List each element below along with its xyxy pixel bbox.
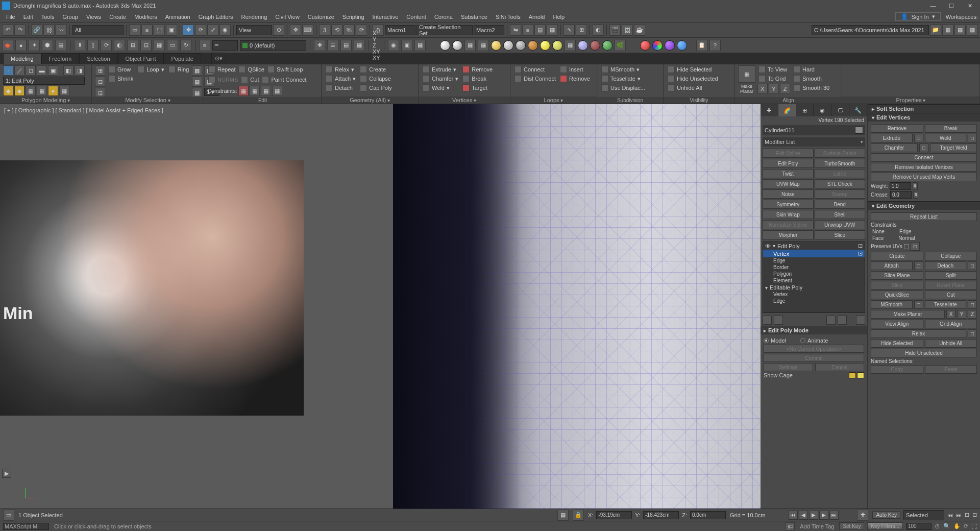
rendered-frame-button[interactable]: 🖼: [622, 25, 633, 36]
remove-modifier-button[interactable]: [838, 316, 847, 325]
misc-icon-8[interactable]: ⊞: [127, 40, 138, 51]
weight-spinner-btn[interactable]: ⇅: [913, 182, 918, 190]
menu-create[interactable]: Create: [105, 13, 130, 21]
no-operation-dropdown[interactable]: <No Current Operation>: [764, 345, 864, 353]
ev-chamfer[interactable]: Chamfer: [871, 143, 918, 152]
stack-vertex-2[interactable]: Vertex: [763, 291, 865, 298]
mod-symmetry[interactable]: Symmetry: [763, 200, 814, 209]
project-path[interactable]: C:\Users\Gears 4\Documents\3ds Max 2021: [812, 25, 929, 35]
eg-viewalign[interactable]: View Align: [871, 320, 923, 328]
stack-edge-2[interactable]: Edge: [763, 298, 865, 304]
crease-spinner[interactable]: 0.0: [890, 191, 912, 199]
motion-tab[interactable]: ◉: [814, 104, 831, 116]
extra3-button[interactable]: ▦: [967, 25, 978, 36]
usedisplace-button[interactable]: Use Displac...: [600, 84, 646, 92]
matball-10[interactable]: [602, 40, 612, 51]
menu-substance[interactable]: Substance: [457, 13, 492, 21]
animate-radio[interactable]: [800, 338, 805, 343]
mod-sweep[interactable]: Sweep: [815, 189, 866, 199]
misc-b4[interactable]: 🌿: [615, 40, 626, 51]
render-production-button[interactable]: ☕: [634, 25, 645, 36]
align-z[interactable]: Z: [780, 84, 790, 94]
matball-6[interactable]: [528, 40, 538, 51]
mod-shell[interactable]: Shell: [815, 210, 866, 219]
misc-icon-6[interactable]: ⟳: [101, 40, 112, 51]
viewport-label[interactable]: [ + ] [ Orthographic ] [ Standard ] [ Mo…: [4, 107, 163, 113]
ring-button[interactable]: Ring: [167, 65, 190, 74]
selection-lock-toggle[interactable]: 🔒: [573, 510, 584, 521]
menu-tools[interactable]: Tools: [37, 13, 59, 21]
eye-icon[interactable]: 👁: [765, 243, 771, 249]
eg-detach-settings[interactable]: □: [968, 261, 977, 270]
toggle-5[interactable]: ●: [48, 86, 58, 96]
attach-button[interactable]: Attach▾: [325, 75, 357, 83]
select-object-button[interactable]: ▭: [129, 25, 140, 36]
linsert-button[interactable]: Insert: [559, 65, 591, 74]
menu-civil-view[interactable]: Civil View: [271, 13, 303, 21]
show-end-result-button[interactable]: [774, 316, 783, 325]
next-frame-button[interactable]: ▶: [819, 511, 828, 520]
maxscript-listener[interactable]: MAXScript Mi: [3, 523, 49, 530]
misc-icon-1[interactable]: ✦: [29, 40, 40, 51]
nav-pan[interactable]: ✋: [953, 523, 961, 529]
toggle-4[interactable]: ▦: [37, 86, 47, 96]
preview2-button[interactable]: ◨: [75, 65, 85, 76]
misc-icon-9[interactable]: ⊡: [140, 40, 152, 51]
eg-paste[interactable]: Paste: [925, 365, 977, 374]
unhideall-button[interactable]: Unhide All: [667, 84, 719, 92]
matball-4[interactable]: [503, 40, 513, 51]
corona-icon-1[interactable]: ◉: [388, 40, 399, 51]
relax-button[interactable]: Relax▾: [325, 65, 357, 74]
preserve-uvs-settings[interactable]: □: [911, 242, 920, 251]
stack-edge[interactable]: Edge: [763, 257, 865, 264]
matball-rgb[interactable]: [652, 40, 663, 51]
axis-x[interactable]: X: [373, 30, 380, 36]
macro1-label[interactable]: Macro1: [385, 25, 415, 35]
align-button[interactable]: ≡: [522, 25, 533, 36]
menu-interactive[interactable]: Interactive: [369, 13, 403, 21]
edit-poly-mode-header[interactable]: ▸ Edit Poly Mode: [761, 326, 867, 334]
prev-key[interactable]: ⏮: [947, 512, 953, 518]
select-place-button[interactable]: ◉: [219, 25, 231, 36]
goto-start-button[interactable]: ⏮: [789, 511, 798, 520]
axis-z[interactable]: Z: [373, 42, 380, 49]
msmooth-button[interactable]: MSmooth▾: [600, 65, 646, 74]
menu-edit[interactable]: Edit: [19, 13, 37, 21]
misc-icon-12[interactable]: ↻: [180, 40, 191, 51]
menu-corona[interactable]: Corona: [430, 13, 457, 21]
eg-resetplane[interactable]: Reset Plane: [925, 281, 977, 289]
eg-tessellate[interactable]: Tessellate: [925, 300, 967, 309]
axis-xy[interactable]: XY: [373, 49, 380, 55]
menu-arnold[interactable]: Arnold: [525, 13, 549, 21]
snap-toggle-button[interactable]: 3: [319, 25, 330, 36]
selection-filter-dropdown[interactable]: All: [72, 25, 124, 35]
subobj-edge-button[interactable]: ／: [14, 65, 24, 76]
panel-label[interactable]: Edit: [204, 97, 321, 104]
goto-end-button[interactable]: ⏭: [829, 511, 839, 520]
menu-animation[interactable]: Animation: [161, 13, 194, 21]
togrid-button[interactable]: To Grid: [757, 75, 790, 83]
render-setup-button[interactable]: 🎬: [609, 25, 621, 36]
poly-mode-dropdown[interactable]: 1: Edit Poly: [3, 77, 85, 85]
toggle-1[interactable]: ◆: [3, 86, 13, 96]
toggle-6[interactable]: ▦: [59, 86, 69, 96]
eg-quickslice[interactable]: QuickSlice: [871, 291, 923, 299]
mod-lathe[interactable]: Lathe: [815, 169, 866, 178]
layer-explorer-button[interactable]: ▤: [534, 25, 546, 36]
menu-graph-editors[interactable]: Graph Editors: [194, 13, 237, 21]
constraint-face[interactable]: ▦: [261, 86, 271, 96]
select-move-button[interactable]: ✥: [183, 25, 194, 36]
modify-tab[interactable]: 🌈: [778, 104, 796, 116]
ev-rem-iso[interactable]: Remove Isolated Vertices: [871, 163, 977, 172]
misc-icon-5[interactable]: ▯: [87, 40, 99, 51]
eg-msmooth-settings[interactable]: □: [914, 300, 923, 309]
model-radio[interactable]: [764, 338, 769, 343]
repeat-button[interactable]: Repeat: [207, 65, 236, 74]
edit-vertices-header[interactable]: ▾ Edit Vertices: [868, 113, 980, 122]
use-pivot-center-button[interactable]: ⊙: [273, 25, 284, 36]
coord-x-value[interactable]: -93.19cm: [596, 511, 632, 519]
ms-ex-1[interactable]: ▦: [192, 65, 202, 76]
shrink-button[interactable]: Shrink: [107, 75, 134, 83]
keyboard-shortcut-override-button[interactable]: ⌨: [302, 25, 313, 36]
eg-create[interactable]: Create: [871, 252, 923, 260]
